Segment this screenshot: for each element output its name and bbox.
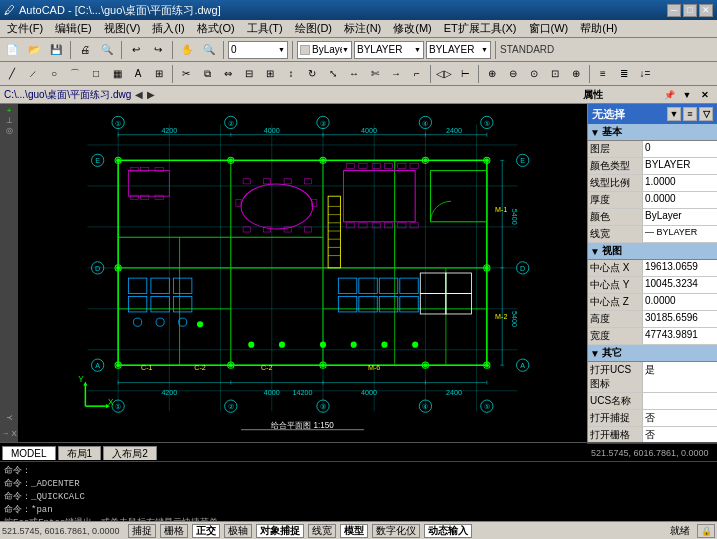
ortho-btn[interactable]: ⊥ [6,116,13,125]
prop-value-layer[interactable]: 0 [643,141,717,157]
dynin-status[interactable]: 动态输入 [424,524,472,538]
rotate-button[interactable]: ↻ [302,64,322,84]
cad-drawing[interactable]: 4200 4000 4000 2400 4200 4000 4000 2400 … [18,104,587,442]
print-button[interactable]: 🖨 [75,40,95,60]
tab-layout1[interactable]: 布局1 [58,446,102,460]
section-header-view[interactable]: ▼ 视图 [588,243,717,260]
open-button[interactable]: 📂 [24,40,44,60]
drawing-area[interactable]: + ⊥ ◎ Y → X [0,104,587,442]
trim-button[interactable]: ✄ [365,64,385,84]
prop-value-thickness[interactable]: 0.0000 [643,192,717,208]
panel-close-button[interactable]: ✕ [697,88,713,102]
properties-button[interactable]: ≣ [614,64,634,84]
zoom-out-button[interactable]: ⊖ [503,64,523,84]
polar-btn[interactable]: ◎ [6,126,13,135]
match-properties-button[interactable]: ↓= [635,64,655,84]
panel-menu-button[interactable]: ▼ [679,88,695,102]
hatch-button[interactable]: ▦ [107,64,127,84]
stretch-button[interactable]: ↔ [344,64,364,84]
prop-value-gridopen[interactable]: 否 [643,427,717,442]
layer-combo[interactable]: 0 ▼ [228,41,288,59]
prop-value-snapopen[interactable]: 否 [643,410,717,426]
ortho-status[interactable]: 正交 [192,524,220,538]
tab-model[interactable]: MODEL [2,446,56,460]
layer-combo-arrow[interactable]: ▼ [278,46,285,53]
menu-item-e[interactable]: 编辑(E) [50,20,97,37]
prop-value-ucsname[interactable] [643,393,717,409]
menu-item-d[interactable]: 绘图(D) [290,20,337,37]
path-next-arrow[interactable]: ▶ [147,89,155,100]
move-button[interactable]: ↕ [281,64,301,84]
osnap-status[interactable]: 对象捕捉 [256,524,304,538]
color-combo[interactable]: ByLayer ▼ [297,41,352,59]
rectangle-button[interactable]: □ [86,64,106,84]
panel-filter-button[interactable]: ▽ [699,107,713,121]
menu-item-f[interactable]: 文件(F) [2,20,48,37]
extend-button[interactable]: → [386,64,406,84]
zoom-all-button[interactable]: ⊙ [524,64,544,84]
prop-value-width[interactable]: 47743.9891 [643,328,717,344]
layer-manager-button[interactable]: ≡ [593,64,613,84]
save-button[interactable]: 💾 [46,40,66,60]
zoom-button[interactable]: 🔍 [199,40,219,60]
prop-value-color[interactable]: ByLayer [643,209,717,225]
menu-item-etx[interactable]: ET扩展工具(X) [439,20,522,37]
model-status[interactable]: 模型 [340,524,368,538]
lineweight-status[interactable]: 线宽 [308,524,336,538]
offset-button[interactable]: ⊟ [239,64,259,84]
arc-button[interactable]: ⌒ [65,64,85,84]
grid-status[interactable]: 栅格 [160,524,188,538]
circle-button[interactable]: ○ [44,64,64,84]
prop-value-cx[interactable]: 19613.0659 [643,260,717,276]
prop-value-ucsicon[interactable]: 是 [643,362,717,392]
prop-value-height[interactable]: 30185.6596 [643,311,717,327]
polyline-button[interactable]: ⟋ [23,64,43,84]
maximize-button[interactable]: □ [683,4,697,17]
linetype-combo[interactable]: BYLAYER ▼ [354,41,424,59]
tab-layout2[interactable]: 入布局2 [103,446,157,460]
panel-config-button[interactable]: ≡ [683,107,697,121]
digitize-status[interactable]: 数字化仪 [372,524,420,538]
panel-toggle-button[interactable]: ▼ [667,107,681,121]
polar-status[interactable]: 极轴 [224,524,252,538]
prop-value-cy[interactable]: 10045.3234 [643,277,717,293]
menu-item-i[interactable]: 插入(I) [147,20,189,37]
fillet-button[interactable]: ⌐ [407,64,427,84]
linescale-combo[interactable]: BYLAYER ▼ [426,41,491,59]
linetype-combo-arrow[interactable]: ▼ [414,46,421,53]
color-combo-arrow[interactable]: ▼ [342,46,349,53]
mirror-button[interactable]: ⇔ [218,64,238,84]
snap-btn[interactable]: + [7,106,12,115]
prop-value-colortype[interactable]: BYLAYER [643,158,717,174]
section-header-misc[interactable]: ▼ 其它 [588,345,717,362]
line-button[interactable]: ╱ [2,64,22,84]
pan-button[interactable]: ✋ [177,40,197,60]
erase-button[interactable]: ✂ [176,64,196,84]
zoom-in-button[interactable]: ⊕ [482,64,502,84]
zoom-window-button[interactable]: ⊡ [545,64,565,84]
array-button[interactable]: ⊞ [260,64,280,84]
linescale-combo-arrow[interactable]: ▼ [481,46,488,53]
menu-item-w[interactable]: 窗口(W) [524,20,574,37]
panel-pin-button[interactable]: 📌 [661,88,677,102]
menu-item-t[interactable]: 工具(T) [242,20,288,37]
block-button[interactable]: ⊞ [149,64,169,84]
path-prev-arrow[interactable]: ◀ [135,89,143,100]
menu-item-v[interactable]: 视图(V) [99,20,146,37]
pan-realtime-button[interactable]: ⊕ [566,64,586,84]
snap-status[interactable]: 捕捉 [128,524,156,538]
prop-value-lineweight[interactable]: — BYLAYER [643,226,717,242]
linear-dim-button[interactable]: ⊢ [455,64,475,84]
prop-value-linescale[interactable]: 1.0000 [643,175,717,191]
redo-button[interactable]: ↪ [148,40,168,60]
copy-button[interactable]: ⧉ [197,64,217,84]
new-button[interactable]: 📄 [2,40,22,60]
scale-button[interactable]: ⤡ [323,64,343,84]
minimize-button[interactable]: ─ [667,4,681,17]
prop-value-cz[interactable]: 0.0000 [643,294,717,310]
text-button[interactable]: A [128,64,148,84]
dimension-button[interactable]: ◁▷ [434,64,454,84]
close-button[interactable]: ✕ [699,4,713,17]
menu-item-n[interactable]: 标注(N) [339,20,386,37]
section-header-basic[interactable]: ▼ 基本 [588,124,717,141]
